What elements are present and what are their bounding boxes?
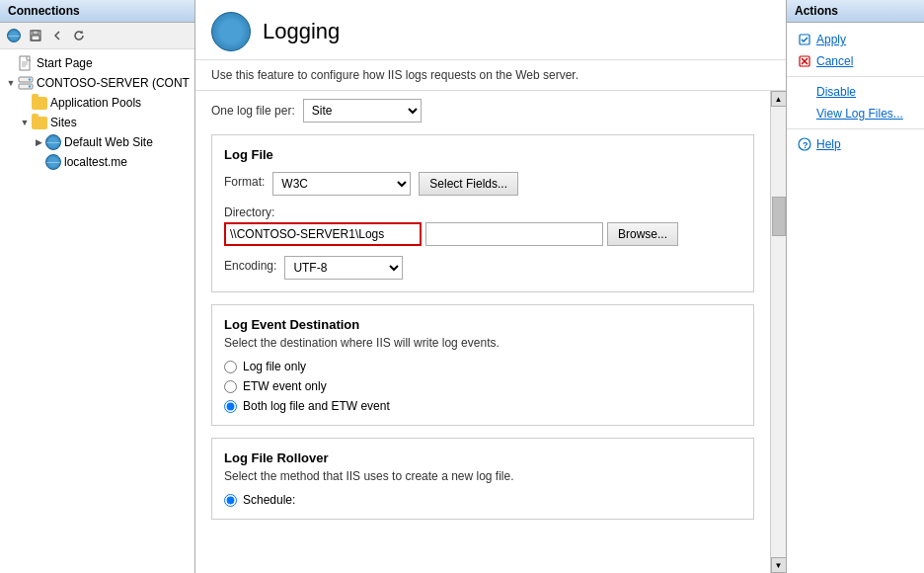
radio-etw-event-only[interactable]: ETW event only bbox=[224, 379, 741, 393]
view-log-files-action[interactable]: View Log Files... bbox=[787, 103, 924, 124]
content-body: One log file per: Site Server W3C Site L… bbox=[195, 91, 786, 573]
view-log-files-label: View Log Files... bbox=[816, 107, 903, 121]
tree-expander-contoso-server[interactable]: ▼ bbox=[4, 76, 18, 90]
main-content: Logging Use this feature to configure ho… bbox=[195, 0, 786, 573]
tree-item-localtest-me[interactable]: localtest.me bbox=[0, 152, 194, 172]
actions-divider-2 bbox=[787, 128, 924, 129]
radio-both-log-etw[interactable]: Both log file and ETW event bbox=[224, 399, 741, 413]
log-event-destination-options: Log file only ETW event only Both log fi… bbox=[224, 360, 741, 413]
radio-log-file-only-input[interactable] bbox=[224, 361, 237, 373]
radio-log-file-only[interactable]: Log file only bbox=[224, 360, 741, 373]
radio-schedule[interactable]: Schedule: bbox=[224, 493, 741, 507]
log-file-title: Log File bbox=[224, 147, 741, 162]
format-select[interactable]: W3C IIS NCSA Custom bbox=[272, 172, 411, 196]
toolbar-back-btn[interactable] bbox=[47, 26, 67, 45]
disable-icon bbox=[797, 84, 812, 100]
tree-item-start-page[interactable]: Start Page bbox=[0, 53, 194, 73]
help-action[interactable]: ? Help bbox=[787, 133, 924, 155]
encoding-label: Encoding: bbox=[224, 259, 276, 273]
actions-divider-1 bbox=[787, 76, 924, 77]
content-header: Logging bbox=[195, 0, 786, 60]
tree-label-localtest-me: localtest.me bbox=[64, 155, 127, 169]
view-log-files-icon bbox=[797, 106, 812, 122]
help-icon: ? bbox=[797, 136, 812, 152]
directory-input-primary[interactable] bbox=[224, 222, 422, 246]
format-label: Format: bbox=[224, 175, 265, 189]
log-event-destination-desc: Select the destination where IIS will wr… bbox=[224, 336, 741, 350]
tree-label-default-web-site: Default Web Site bbox=[64, 135, 153, 149]
directory-section: Directory: Browse... bbox=[224, 205, 741, 246]
apply-icon bbox=[797, 32, 812, 47]
radio-schedule-label: Schedule: bbox=[243, 493, 295, 507]
directory-row: Browse... bbox=[224, 222, 741, 246]
log-file-rollover-section: Log File Rollover Select the method that… bbox=[211, 438, 754, 520]
disable-label: Disable bbox=[816, 85, 856, 99]
toolbar-globe-btn[interactable] bbox=[4, 26, 24, 45]
content-description: Use this feature to configure how IIS lo… bbox=[195, 60, 786, 91]
logging-icon bbox=[211, 12, 251, 51]
encoding-row: Encoding: UTF-8 ANSI bbox=[224, 256, 741, 280]
scrollbar-down-btn[interactable]: ▼ bbox=[771, 557, 787, 573]
radio-schedule-input[interactable] bbox=[224, 494, 237, 507]
tree-item-contoso-server[interactable]: ▼ CONTOSO-SERVER (CONT bbox=[0, 73, 194, 93]
browse-button[interactable]: Browse... bbox=[607, 222, 678, 246]
tree-expander-sites[interactable]: ▼ bbox=[18, 116, 32, 129]
scrollbar-up-btn[interactable]: ▲ bbox=[771, 91, 787, 107]
actions-header: Actions bbox=[787, 0, 924, 23]
disable-action[interactable]: Disable bbox=[787, 81, 924, 103]
tree-item-sites[interactable]: ▼ Sites bbox=[0, 113, 194, 132]
tree-item-default-web-site[interactable]: ▶ Default Web Site bbox=[0, 132, 194, 152]
tree-view: Start Page ▼ CONTOSO-SERVER (CONT bbox=[0, 49, 194, 573]
folder-icon-sites bbox=[32, 115, 47, 130]
globe-icon-default-web-site bbox=[45, 134, 61, 150]
toolbar-refresh-btn[interactable] bbox=[69, 26, 89, 45]
tree-label-sites: Sites bbox=[50, 116, 77, 129]
encoding-select[interactable]: UTF-8 ANSI bbox=[284, 256, 403, 280]
tree-expander-start-page[interactable] bbox=[4, 56, 18, 70]
radio-both-log-etw-input[interactable] bbox=[224, 400, 237, 413]
tree-expander-default-web-site[interactable]: ▶ bbox=[32, 135, 45, 149]
log-file-rollover-desc: Select the method that IIS uses to creat… bbox=[224, 469, 741, 483]
apply-action[interactable]: Apply bbox=[787, 29, 924, 50]
toolbar-save-btn[interactable] bbox=[26, 26, 45, 45]
connections-header: Connections bbox=[0, 0, 194, 23]
log-file-section: Log File Format: W3C IIS NCSA Custom Sel… bbox=[211, 134, 754, 292]
page-title: Logging bbox=[263, 19, 340, 44]
directory-input-secondary[interactable] bbox=[425, 222, 603, 246]
select-fields-button[interactable]: Select Fields... bbox=[419, 172, 518, 196]
cancel-action[interactable]: Cancel bbox=[787, 50, 924, 72]
tree-item-application-pools[interactable]: Application Pools bbox=[0, 93, 194, 113]
tree-label-start-page: Start Page bbox=[37, 56, 93, 70]
log-file-rollover-options: Schedule: bbox=[224, 493, 741, 507]
cancel-icon bbox=[797, 53, 812, 69]
log-file-rollover-title: Log File Rollover bbox=[224, 450, 741, 465]
content-scroll-area: One log file per: Site Server W3C Site L… bbox=[195, 91, 770, 573]
help-label: Help bbox=[816, 137, 841, 151]
tree-label-contoso-server: CONTOSO-SERVER (CONT bbox=[37, 76, 190, 90]
scrollbar-thumb[interactable] bbox=[772, 197, 786, 236]
one-log-per-label: One log file per: bbox=[211, 104, 295, 118]
apply-label: Apply bbox=[816, 33, 846, 46]
connections-header-label: Connections bbox=[8, 4, 80, 18]
content-scrollbar[interactable]: ▲ ▼ bbox=[770, 91, 786, 573]
actions-panel: Actions Apply Cancel bbox=[786, 0, 924, 573]
folder-icon-app-pools bbox=[32, 95, 47, 111]
format-row: Format: W3C IIS NCSA Custom Select Field… bbox=[224, 172, 741, 196]
scrollbar-track[interactable] bbox=[771, 107, 786, 557]
server-icon bbox=[18, 75, 34, 91]
tree-expander-localtest-me[interactable] bbox=[32, 155, 45, 169]
svg-rect-3 bbox=[20, 56, 30, 70]
log-event-destination-section: Log Event Destination Select the destina… bbox=[211, 304, 754, 426]
one-log-per-row: One log file per: Site Server W3C Site bbox=[211, 99, 754, 123]
page-icon bbox=[18, 55, 34, 71]
one-log-per-select[interactable]: Site Server W3C Site bbox=[303, 99, 422, 123]
log-event-destination-title: Log Event Destination bbox=[224, 317, 741, 332]
radio-log-file-only-label: Log file only bbox=[243, 360, 306, 373]
radio-both-log-etw-label: Both log file and ETW event bbox=[243, 399, 390, 413]
radio-etw-event-only-label: ETW event only bbox=[243, 379, 327, 393]
globe-icon-localtest-me bbox=[45, 154, 61, 170]
svg-point-8 bbox=[29, 78, 31, 80]
actions-list: Apply Cancel Disable View Log Files... bbox=[787, 23, 924, 161]
tree-expander-app-pools[interactable] bbox=[18, 96, 32, 110]
radio-etw-event-only-input[interactable] bbox=[224, 380, 237, 393]
